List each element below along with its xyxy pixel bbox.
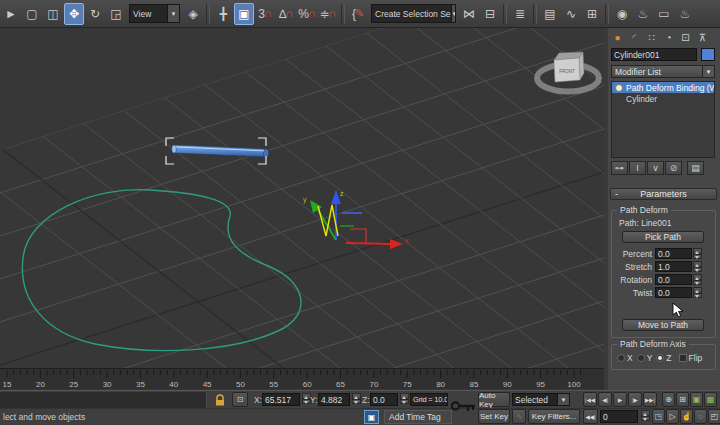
material-editor-button[interactable]: ◉: [612, 3, 632, 25]
named-selection-sets-dropdown[interactable]: Create Selection Se▼: [371, 4, 456, 23]
parameters-rollout-header[interactable]: - Parameters: [610, 188, 717, 200]
go-to-end-button[interactable]: ▶▶|: [643, 392, 657, 407]
new-key-tangent-icon[interactable]: ∿: [512, 409, 526, 424]
schematic-view-button[interactable]: ⊞: [582, 3, 602, 25]
modifier-stack[interactable]: Path Deform Binding (WSCylinder: [611, 81, 715, 158]
layer-manager-button[interactable]: ≣: [510, 3, 530, 25]
tab-motion[interactable]: ◔: [661, 30, 676, 44]
cylinder-object[interactable]: [172, 145, 269, 157]
coord-field-x[interactable]: 65.517: [262, 393, 300, 406]
keyboard-shortcut-override-button[interactable]: ▣: [234, 3, 254, 25]
curve-editor-button[interactable]: ∿: [561, 3, 581, 25]
zoom-all-button[interactable]: ⊞: [676, 392, 689, 407]
select-and-manipulate-button[interactable]: ╋: [213, 3, 233, 25]
rendered-frame-window-button[interactable]: ▭: [654, 3, 674, 25]
spinner-snap-toggle-button[interactable]: ≑∩: [318, 3, 338, 25]
coord-spinner[interactable]: [352, 393, 361, 404]
go-to-start-button[interactable]: |◀◀: [583, 392, 597, 407]
snaps-toggle-button[interactable]: 3∩: [255, 3, 275, 25]
parameter-spinner[interactable]: [693, 287, 702, 298]
tab-display[interactable]: ⊡: [678, 30, 693, 44]
maximize-viewport-button[interactable]: ◰: [708, 409, 720, 424]
key-filters-button[interactable]: Key Filters...: [528, 409, 580, 424]
transform-gizmo[interactable]: z y x: [303, 190, 409, 249]
isolate-selection-toggle-button[interactable]: ▣: [364, 410, 379, 424]
tab-create[interactable]: ●: [610, 30, 625, 44]
pin-stack-button[interactable]: ⊶: [611, 161, 628, 175]
parameter-value-field[interactable]: 1.0: [655, 261, 692, 272]
perspective-viewport[interactable]: z y x FRONT: [0, 28, 604, 368]
axis-radio-label: Y: [647, 353, 653, 363]
zoom-extents-button[interactable]: ▣: [690, 392, 703, 407]
graphite-modeling-tools-button[interactable]: ▤: [540, 3, 560, 25]
next-frame-button[interactable]: |▶: [628, 392, 642, 407]
angle-snap-toggle-button[interactable]: ∆∩: [276, 3, 296, 25]
zoom-region-button[interactable]: ◳: [652, 409, 665, 424]
zoom-extents-all-button[interactable]: ▦: [704, 392, 717, 407]
viewcube[interactable]: FRONT: [537, 52, 599, 92]
parameter-value-field[interactable]: 0.0: [655, 274, 692, 285]
parameter-spinner[interactable]: [693, 248, 702, 259]
modifier-list-label: Modifier List: [615, 67, 661, 77]
track-bar[interactable]: [0, 392, 207, 408]
reference-coordinate-system-dropdown[interactable]: View▼: [129, 4, 180, 23]
configure-modifier-sets-button[interactable]: ▤: [687, 161, 704, 175]
axis-radio-y[interactable]: [637, 354, 645, 362]
align-button[interactable]: ⊟: [480, 3, 500, 25]
coord-spinner[interactable]: [400, 393, 409, 404]
previous-frame-button[interactable]: ◀|: [598, 392, 612, 407]
field-of-view-button[interactable]: ▷: [666, 409, 679, 424]
time-slider-ruler[interactable]: 1520253035404550556065707580859095100: [0, 368, 604, 389]
render-setup-button[interactable]: ♨: [633, 3, 653, 25]
zoom-button[interactable]: ⊕: [662, 392, 675, 407]
axis-radio-x[interactable]: [617, 354, 625, 362]
select-object-button[interactable]: ►: [1, 3, 21, 25]
add-time-tag-field[interactable]: Add Time Tag: [384, 410, 452, 424]
coord-field-z[interactable]: 0.0: [370, 393, 398, 406]
coord-field-y[interactable]: 4.882: [318, 393, 350, 406]
parameter-value-field[interactable]: 0.0: [655, 248, 692, 259]
tab-utilities[interactable]: ⊼: [695, 30, 710, 44]
object-name-field[interactable]: Cylinder001: [611, 48, 697, 61]
rectangular-selection-region-button[interactable]: ▢: [22, 3, 42, 25]
parameter-spinner[interactable]: [693, 261, 702, 272]
show-end-result-button[interactable]: I: [629, 161, 646, 175]
window-crossing-toggle-button[interactable]: ◫: [43, 3, 63, 25]
orbit-button[interactable]: ◌: [694, 409, 707, 424]
select-and-rotate-button[interactable]: ↻: [85, 3, 105, 25]
move-to-path-button[interactable]: Move to Path: [622, 319, 704, 331]
play-button[interactable]: ▶: [613, 392, 627, 407]
remove-modifier-button[interactable]: ⊘: [665, 161, 682, 175]
use-pivot-point-center-button[interactable]: ◈: [183, 3, 203, 25]
current-frame-field[interactable]: 0: [600, 410, 638, 423]
selection-lock-icon[interactable]: [214, 394, 226, 406]
absolute-mode-transform-type-in-button[interactable]: ⊡: [232, 392, 248, 407]
tab-modify[interactable]: ◜: [627, 30, 642, 44]
keying-set-dropdown[interactable]: Selected ▼: [512, 393, 570, 406]
set-key-button[interactable]: Set Key: [478, 409, 510, 424]
axis-radio-z[interactable]: [656, 354, 664, 362]
select-and-move-button[interactable]: ✥: [64, 3, 84, 25]
make-unique-button[interactable]: ∨: [647, 161, 664, 175]
svg-text:55: 55: [269, 380, 278, 389]
pan-button[interactable]: ☝: [680, 409, 693, 424]
mirror-button[interactable]: ⋈: [459, 3, 479, 25]
select-and-scale-button[interactable]: ◲: [106, 3, 126, 25]
parameter-value-field[interactable]: 0.0: [655, 287, 692, 298]
key-mode-toggle-button[interactable]: ◀◀|: [583, 409, 598, 424]
parameter-spinner[interactable]: [693, 274, 702, 285]
pick-path-button[interactable]: Pick Path: [622, 231, 704, 243]
percent-snap-toggle-button[interactable]: %∩: [297, 3, 317, 25]
show-in-viewport-bulb-icon[interactable]: [615, 84, 623, 92]
set-keys-key-icon[interactable]: [450, 392, 477, 422]
modifier-list-dropdown[interactable]: Modifier List ▼: [611, 65, 715, 78]
auto-key-button[interactable]: Auto Key: [478, 392, 510, 407]
modifier-stack-item[interactable]: Path Deform Binding (WS: [612, 82, 714, 93]
frame-spinner[interactable]: [641, 410, 650, 421]
modifier-stack-item[interactable]: Cylinder: [612, 93, 714, 104]
render-production-button[interactable]: ♨: [675, 3, 695, 25]
edit-named-selection-sets-button[interactable]: {✎: [348, 3, 368, 25]
tab-hierarchy[interactable]: ∷: [644, 30, 659, 44]
flip-checkbox[interactable]: [679, 354, 687, 362]
object-color-swatch[interactable]: [701, 48, 715, 61]
